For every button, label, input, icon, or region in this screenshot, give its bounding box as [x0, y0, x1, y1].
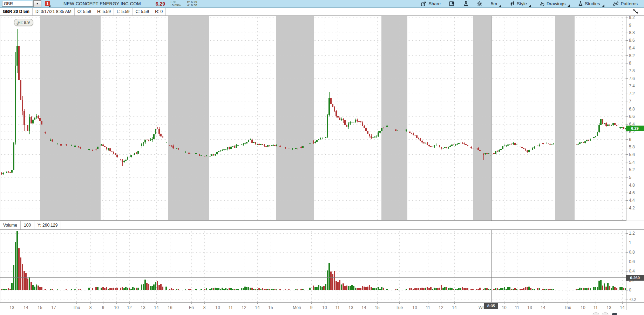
svg-text:17: 17: [51, 305, 56, 310]
candlestick-style-icon: [510, 1, 515, 6]
svg-text:6: 6: [629, 137, 631, 142]
zoom-out-button: [592, 313, 599, 315]
style-menu[interactable]: Style: [506, 1, 535, 6]
svg-text:14: 14: [255, 305, 260, 310]
symbol-input[interactable]: [2, 1, 33, 7]
svg-text:15: 15: [268, 305, 273, 310]
svg-text:12: 12: [439, 305, 443, 310]
svg-text:4.2: 4.2: [629, 206, 635, 210]
svg-text:8: 8: [629, 61, 631, 66]
svg-text:12: 12: [242, 305, 246, 310]
svg-text:5.8: 5.8: [629, 145, 635, 149]
studies-menu[interactable]: Studies: [574, 1, 608, 6]
session-band: [40, 16, 101, 220]
zoom-in-button: [602, 313, 609, 315]
hand-icon: [540, 1, 545, 7]
chart-canvas[interactable]: 4.24.44.64.855.25.45.65.866.26.46.66.877…: [0, 0, 644, 315]
svg-text:13: 13: [606, 305, 611, 310]
svg-text:4.4: 4.4: [629, 198, 635, 203]
drawings-menu[interactable]: Drawings: [535, 1, 574, 7]
chart-description-button[interactable]: i: [445, 1, 459, 6]
day-high-bubble: Hi: 8.9: [14, 19, 33, 26]
bid-ask: B: 6.29 A: 6.30: [187, 1, 197, 7]
svg-text:5.2: 5.2: [629, 167, 635, 172]
svg-text:6.6: 6.6: [629, 114, 635, 119]
svg-text:7.4: 7.4: [629, 83, 635, 88]
chart-quick-button: [612, 313, 617, 315]
svg-text:1.2: 1.2: [629, 231, 635, 236]
svg-text:Tue: Tue: [396, 305, 403, 310]
svg-text:Mon: Mon: [293, 305, 301, 310]
svg-text:0.4: 0.4: [629, 269, 635, 274]
svg-text:4.6: 4.6: [629, 190, 635, 195]
chart-title: GBR 20 D 5m: [0, 8, 33, 15]
svg-text:10: 10: [502, 305, 507, 310]
svg-text:14: 14: [452, 305, 457, 310]
svg-text:15: 15: [375, 305, 380, 310]
svg-text:10: 10: [114, 305, 119, 310]
analysis-tools-button[interactable]: [459, 1, 473, 6]
ohlc-close: C: 5.59: [133, 8, 152, 15]
svg-text:13: 13: [527, 305, 532, 310]
timeframe-selector[interactable]: 5m: [487, 1, 506, 6]
svg-text:14: 14: [620, 305, 625, 310]
chart-ohlc-header: GBR 20 D 5m D: 3/17/21 8:35 AM O: 5.59 H…: [0, 8, 644, 16]
svg-text:13: 13: [348, 305, 353, 310]
symbol-dropdown-button[interactable]: ▼: [33, 0, 41, 7]
ohlc-low: L: 5.59: [114, 8, 133, 15]
link-group-badge[interactable]: 1: [45, 1, 50, 6]
svg-text:15: 15: [38, 305, 42, 310]
volume-study-param[interactable]: 100: [21, 221, 34, 229]
svg-text:11: 11: [229, 305, 233, 310]
svg-text:0.260: 0.260: [630, 276, 640, 280]
ohlc-open: O: 5.59: [75, 8, 94, 15]
svg-text:0.8: 0.8: [629, 250, 635, 255]
svg-text:14: 14: [361, 305, 366, 310]
svg-text:9: 9: [310, 305, 313, 310]
svg-text:Thu: Thu: [73, 305, 80, 310]
session-band: [381, 16, 407, 220]
svg-text:7.2: 7.2: [629, 91, 635, 96]
price-change: +.35 +5.89%: [170, 1, 181, 7]
session-band: [555, 16, 575, 220]
ohlc-high: H: 5.59: [94, 8, 114, 15]
autoscale-button[interactable]: [632, 8, 640, 16]
svg-text:10: 10: [412, 305, 417, 310]
volume-study-header: Volume 100 Y: 260,129: [0, 221, 644, 230]
svg-text:Thu: Thu: [564, 305, 571, 310]
svg-text:13: 13: [141, 305, 145, 310]
svg-text:5.6: 5.6: [629, 152, 635, 157]
svg-text:8.2: 8.2: [629, 53, 635, 58]
patterns-menu[interactable]: Patterns: [609, 1, 642, 6]
svg-text:9: 9: [102, 305, 104, 310]
svg-text:8.8: 8.8: [629, 30, 635, 35]
session-band: [473, 16, 492, 220]
svg-text:7: 7: [629, 99, 631, 104]
flask-icon: [463, 1, 468, 6]
svg-text:We: We: [479, 305, 485, 310]
svg-text:13: 13: [9, 305, 14, 310]
toolbar-right-group: Share i: [417, 1, 642, 7]
trading-chart-app: 4.24.44.64.855.25.45.65.866.26.46.66.877…: [0, 0, 644, 315]
svg-text:0.6: 0.6: [629, 259, 635, 264]
svg-text:14: 14: [23, 305, 28, 310]
svg-text:8:35: 8:35: [487, 304, 495, 308]
gear-icon: [477, 1, 482, 7]
svg-text:6.29: 6.29: [631, 126, 638, 130]
patterns-zigzag-icon: [613, 1, 619, 6]
svg-text:8.6: 8.6: [629, 38, 635, 43]
session-band: [276, 16, 314, 220]
svg-text:11: 11: [594, 305, 598, 310]
volume-study-label[interactable]: Volume: [0, 221, 21, 229]
ohlc-range: R: 0: [152, 8, 166, 15]
last-price: 6.29: [156, 1, 165, 7]
svg-text:7.6: 7.6: [629, 76, 635, 81]
svg-text:5: 5: [629, 175, 631, 180]
svg-text:1: 1: [629, 240, 631, 245]
share-button[interactable]: Share: [417, 1, 445, 6]
settings-button[interactable]: [473, 1, 487, 7]
svg-text:7.8: 7.8: [629, 68, 635, 73]
svg-text:Fri: Fri: [189, 305, 194, 310]
ohlc-date: D: 3/17/21 8:35 AM: [33, 8, 75, 15]
svg-text:12: 12: [127, 305, 132, 310]
